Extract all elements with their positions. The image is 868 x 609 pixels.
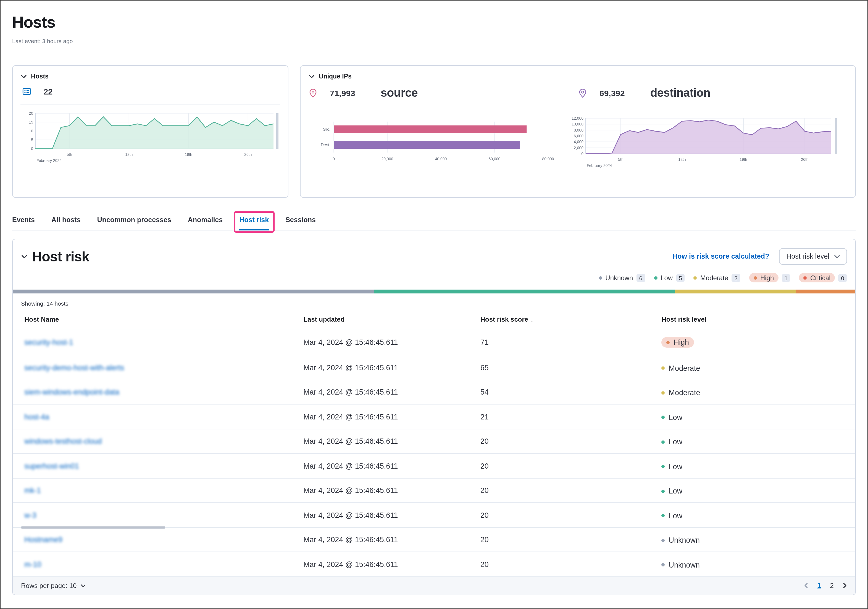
risk-level-cell: Moderate xyxy=(662,355,856,380)
hosts-kpi-panel: Hosts 22 051015205th12th19th26thFebruary… xyxy=(12,65,288,198)
host-name-cell: siem-windows-endpoint-data xyxy=(13,380,303,404)
tab-host-risk[interactable]: Host risk xyxy=(239,216,269,230)
last-updated-cell: Mar 4, 2024 @ 15:46:45.611 xyxy=(303,503,480,527)
host-name-link[interactable]: mk-1 xyxy=(24,487,41,495)
destination-ips-count: 69,392 xyxy=(600,88,625,98)
collapse-hosts-panel-chevron-icon[interactable] xyxy=(20,73,27,80)
risk-level-badge: Unknown xyxy=(662,536,700,544)
legend-label: Moderate xyxy=(700,274,728,282)
host-name-link[interactable]: superhost-win01 xyxy=(24,462,79,470)
rows-per-page-button[interactable]: Rows per page: 10 xyxy=(21,582,85,589)
column-header-host-risk-score[interactable]: Host risk score↓ xyxy=(480,312,662,329)
svg-text:0: 0 xyxy=(31,146,33,151)
destination-label: destination xyxy=(650,86,710,99)
legend-item-unknown[interactable]: Unknown6 xyxy=(599,274,645,282)
last-event-text: Last event: 3 hours ago xyxy=(12,37,856,44)
risk-level-label: High xyxy=(674,338,689,347)
risk-dot-icon xyxy=(654,276,657,279)
previous-page-chevron-icon[interactable] xyxy=(804,583,808,589)
legend-core: Low xyxy=(654,274,673,282)
column-header-last-updated[interactable]: Last updated xyxy=(303,312,480,329)
risk-score-cell: 20 xyxy=(480,478,662,503)
svg-text:8,000: 8,000 xyxy=(574,128,583,132)
unique-ips-bar-chart: 020,00040,00060,00080,000Src.Dest. xyxy=(308,115,558,171)
table-row: Hostname9Mar 4, 2024 @ 15:46:45.61120Unk… xyxy=(13,527,855,552)
tab-events[interactable]: Events xyxy=(12,216,35,230)
host-name-link[interactable]: security-demo-host-with-alerts xyxy=(24,364,124,372)
legend-item-low[interactable]: Low5 xyxy=(654,274,685,282)
collapse-ips-panel-chevron-icon[interactable] xyxy=(308,73,315,80)
last-updated-cell: Mar 4, 2024 @ 15:46:45.611 xyxy=(303,552,480,576)
page-button-2[interactable]: 2 xyxy=(830,582,834,589)
risk-level-cell: Moderate xyxy=(662,380,856,404)
table-row: security-demo-host-with-alertsMar 4, 202… xyxy=(13,355,855,380)
tab-sessions[interactable]: Sessions xyxy=(285,216,316,230)
hosts-area-chart: 051015205th12th19th26thFebruary 2024 xyxy=(20,110,280,166)
distribution-segment-low xyxy=(374,290,675,293)
risk-dot-icon xyxy=(694,276,697,279)
svg-text:February 2024: February 2024 xyxy=(36,158,62,163)
table-row: w-3Mar 4, 2024 @ 15:46:45.61120Low xyxy=(13,503,855,527)
host-name-link[interactable]: security-host-1 xyxy=(24,338,73,347)
svg-text:0: 0 xyxy=(581,152,583,156)
svg-text:Src.: Src. xyxy=(323,127,330,132)
risk-score-cell: 20 xyxy=(480,527,662,552)
pagination: 12 xyxy=(804,582,847,589)
distribution-segment-high xyxy=(795,290,855,293)
collapse-host-risk-chevron-icon[interactable] xyxy=(21,253,28,260)
risk-score-cell: 20 xyxy=(480,503,662,527)
host-risk-section-title: Host risk xyxy=(32,248,89,265)
next-page-chevron-icon[interactable] xyxy=(843,583,847,589)
host-name-link[interactable]: siem-windows-endpoint-data xyxy=(24,388,119,397)
risk-level-cell: Low xyxy=(662,478,856,503)
risk-distribution-bar xyxy=(13,290,855,293)
last-updated-cell: Mar 4, 2024 @ 15:46:45.611 xyxy=(303,527,480,552)
table-footer: Rows per page: 10 12 xyxy=(13,576,855,594)
legend-label: Unknown xyxy=(605,274,633,282)
source-ips-stat: 71,993 source xyxy=(308,86,578,99)
risk-dot-icon xyxy=(666,341,670,344)
tab-host-risk-label: Host risk xyxy=(239,216,269,224)
risk-level-cell: Unknown xyxy=(662,527,856,552)
page-numbers: 12 xyxy=(817,582,834,589)
host-name-link[interactable]: m-10 xyxy=(24,560,42,569)
legend-label: Critical xyxy=(810,274,831,282)
tab-anomalies[interactable]: Anomalies xyxy=(188,216,223,230)
legend-count-badge: 1 xyxy=(781,274,790,282)
last-updated-cell: Mar 4, 2024 @ 15:46:45.611 xyxy=(303,355,480,380)
tab-all-hosts[interactable]: All hosts xyxy=(51,216,81,230)
risk-dot-icon xyxy=(662,539,665,542)
risk-level-cell: Low xyxy=(662,503,856,527)
page-title: Hosts xyxy=(12,13,856,31)
host-risk-level-filter-button[interactable]: Host risk level xyxy=(779,248,847,265)
risk-level-label: Low xyxy=(669,438,683,446)
column-header-host-name[interactable]: Host Name xyxy=(13,312,303,329)
host-risk-table-body: security-host-1Mar 4, 2024 @ 15:46:45.61… xyxy=(13,329,855,576)
unique-ips-kpi-panel: Unique IPs 71,993 source 69,392 destinat… xyxy=(300,65,856,198)
host-name-link[interactable]: w-3 xyxy=(24,511,36,519)
legend-item-high[interactable]: High1 xyxy=(749,273,790,282)
svg-text:26th: 26th xyxy=(244,152,252,157)
tab-bar: Events All hosts Uncommon processes Anom… xyxy=(12,216,856,231)
legend-item-moderate[interactable]: Moderate2 xyxy=(694,274,740,282)
svg-text:10: 10 xyxy=(29,129,33,133)
risk-level-badge: Moderate xyxy=(662,389,700,397)
horizontal-scrollbar-thumb[interactable] xyxy=(21,526,165,529)
risk-score-help-link[interactable]: How is risk score calculated? xyxy=(673,253,769,260)
svg-text:Dest.: Dest. xyxy=(321,142,330,147)
host-name-link[interactable]: host-4a xyxy=(24,413,49,421)
risk-level-badge: Unknown xyxy=(662,561,700,569)
host-name-cell: mk-1 xyxy=(13,478,303,503)
risk-dot-icon xyxy=(662,440,665,443)
page-button-1[interactable]: 1 xyxy=(817,582,821,589)
risk-dot-icon xyxy=(662,415,665,419)
host-name-link[interactable]: Hostname9 xyxy=(24,536,62,544)
unique-ips-panel-title: Unique IPs xyxy=(319,73,352,80)
legend-item-critical[interactable]: Critical0 xyxy=(799,273,847,282)
legend-count-badge: 5 xyxy=(676,274,685,282)
host-name-link[interactable]: windows-testhost-cloud xyxy=(24,437,102,446)
risk-score-cell: 20 xyxy=(480,453,662,478)
tab-uncommon-processes[interactable]: Uncommon processes xyxy=(97,216,171,230)
column-header-host-risk-level[interactable]: Host risk level xyxy=(662,312,856,329)
risk-dot-icon xyxy=(753,276,757,279)
